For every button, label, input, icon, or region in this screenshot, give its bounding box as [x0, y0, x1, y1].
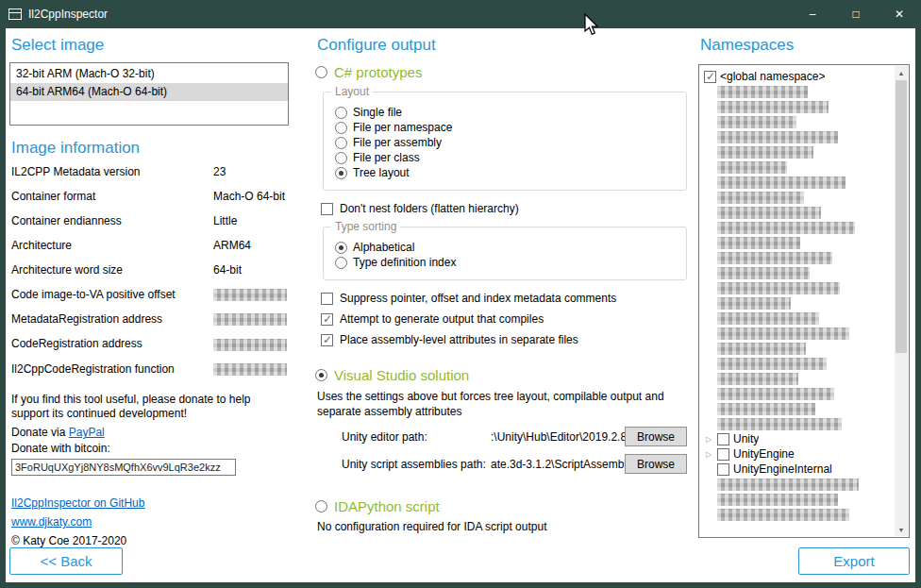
- image-listbox[interactable]: 32-bit ARM (Mach-O 32-bit)64-bit ARM64 (…: [9, 62, 289, 126]
- namespace-checkbox[interactable]: [717, 433, 729, 445]
- namespaces-scrollbar[interactable]: ▲ ▼: [895, 66, 908, 536]
- option-checkbox[interactable]: Attempt to generate output that compiles: [321, 312, 687, 326]
- namespace-item: [704, 144, 892, 160]
- redacted-namespace: [717, 146, 813, 159]
- redacted-namespace: [717, 192, 804, 204]
- radio-icon: [335, 122, 347, 134]
- vs-section: Visual Studio solution Uses the settings…: [315, 367, 687, 474]
- namespace-item: [704, 190, 892, 205]
- info-value: Little: [213, 214, 237, 227]
- namespace-checkbox[interactable]: [717, 463, 729, 476]
- redacted-namespace: [717, 207, 821, 219]
- redacted-namespace: [717, 343, 806, 355]
- option-label: Alphabetical: [353, 241, 414, 254]
- redacted-namespace: [717, 328, 849, 340]
- misc-checkboxes: Suppress pointer, offset and index metad…: [315, 292, 687, 346]
- ida-description: No configuration required for IDA script…: [317, 520, 687, 533]
- github-link[interactable]: Il2CppInspector on GitHub: [11, 496, 289, 510]
- redacted-namespace: [717, 101, 829, 113]
- namespace-checkbox[interactable]: [717, 448, 729, 461]
- namespace-item[interactable]: <global namespace>: [704, 69, 892, 84]
- layout-option[interactable]: Tree layout: [331, 166, 677, 179]
- namespace-item[interactable]: ▷Unity: [704, 431, 892, 446]
- namespace-item[interactable]: ▷UnityEngine: [704, 446, 892, 462]
- image-info-heading: Image information: [11, 139, 289, 158]
- csharp-prototypes-radio[interactable]: C# prototypes: [315, 64, 687, 80]
- radio-icon: [315, 369, 327, 381]
- close-button[interactable]: ✕: [878, 0, 921, 28]
- maximize-button[interactable]: □: [834, 0, 878, 28]
- image-list-item[interactable]: 64-bit ARM64 (Mach-O 64-bit): [10, 83, 288, 101]
- window-content: Select image 32-bit ARM (Mach-O 32-bit)6…: [6, 28, 915, 582]
- option-checkbox[interactable]: Suppress pointer, offset and index metad…: [321, 292, 687, 305]
- layout-option[interactable]: Single file: [331, 106, 677, 119]
- checkbox-icon: [321, 203, 333, 215]
- info-label: Code image-to-VA positive offset: [11, 288, 213, 301]
- right-panel: Namespaces <global namespace>▷Unity▷Unit…: [696, 28, 915, 582]
- layout-option[interactable]: File per namespace: [331, 121, 677, 134]
- expander-icon[interactable]: ▷: [704, 450, 713, 459]
- field-value: :\Unity\Hub\Editor\2019.2.8f1: [491, 430, 625, 444]
- checkbox-icon: [321, 313, 333, 326]
- layout-option[interactable]: File per class: [331, 151, 677, 164]
- flatten-checkbox[interactable]: Don't nest folders (flatten hierarchy): [321, 202, 687, 215]
- info-label: Container endianness: [11, 214, 213, 227]
- redacted-value: [213, 289, 287, 301]
- option-checkbox[interactable]: Place assembly-level attributes in separ…: [321, 333, 687, 346]
- redacted-namespace: [717, 403, 815, 415]
- radio-icon: [335, 152, 347, 164]
- window-title: Il2CppInspector: [28, 8, 108, 21]
- website-link[interactable]: www.djkaty.com: [11, 515, 289, 529]
- field-label: Unity editor path:: [342, 430, 491, 444]
- radio-icon: [335, 242, 347, 254]
- namespace-label: UnityEngineInternal: [733, 462, 832, 476]
- minimize-button[interactable]: –: [791, 0, 834, 28]
- radio-icon: [315, 500, 327, 512]
- info-value: [213, 288, 287, 301]
- redacted-namespace: [717, 116, 796, 128]
- namespace-item[interactable]: UnityEngineInternal: [704, 462, 892, 477]
- image-list-item[interactable]: 32-bit ARM (Mach-O 32-bit): [10, 65, 288, 83]
- namespace-label: Unity: [733, 432, 759, 445]
- redacted-namespace: [717, 373, 798, 385]
- redacted-namespace: [717, 131, 838, 143]
- expander-icon[interactable]: ▷: [704, 435, 713, 444]
- bitcoin-address-input[interactable]: [11, 459, 236, 476]
- namespace-item: [704, 235, 892, 250]
- namespace-item: [704, 84, 892, 99]
- paypal-link[interactable]: PayPal: [69, 426, 105, 439]
- namespace-checkbox[interactable]: [704, 71, 716, 83]
- checkbox-label: Suppress pointer, offset and index metad…: [340, 292, 616, 305]
- radio-icon: [335, 137, 347, 149]
- vs-solution-radio[interactable]: Visual Studio solution: [315, 367, 687, 383]
- redacted-value: [213, 363, 287, 376]
- redacted-namespace: [717, 161, 787, 174]
- export-button[interactable]: Export: [798, 547, 910, 575]
- redacted-namespace: [717, 176, 846, 189]
- option-label: Tree layout: [353, 166, 410, 179]
- browse-button[interactable]: Browse: [625, 427, 687, 446]
- vs-fields: Unity editor path::\Unity\Hub\Editor\201…: [315, 427, 687, 474]
- layout-options: Single fileFile per namespaceFile per as…: [331, 106, 677, 179]
- image-info-rows: IL2CPP Metadata version23Container forma…: [9, 165, 289, 387]
- back-button[interactable]: << Back: [9, 547, 123, 575]
- namespace-item: [704, 326, 892, 341]
- window-controls: – □ ✕: [791, 0, 921, 28]
- layout-option[interactable]: File per assembly: [331, 136, 677, 149]
- scrollbar-thumb[interactable]: [896, 80, 907, 353]
- browse-button[interactable]: Browse: [625, 454, 687, 474]
- namespaces-list[interactable]: <global namespace>▷Unity▷UnityEngineUnit…: [698, 64, 910, 538]
- info-row: Code image-to-VA positive offset: [11, 288, 287, 301]
- type-sorting-option[interactable]: Alphabetical: [331, 241, 677, 254]
- type-sorting-option[interactable]: Type definition index: [331, 256, 677, 269]
- redacted-namespace: [717, 237, 800, 249]
- ida-script-radio[interactable]: IDAPython script: [315, 498, 687, 514]
- option-label: File per assembly: [353, 136, 442, 149]
- info-value: ARM64: [213, 239, 251, 252]
- scroll-up-icon[interactable]: ▲: [895, 66, 908, 79]
- checkbox-label: Attempt to generate output that compiles: [340, 312, 544, 326]
- vs-description: Uses the settings above but forces tree …: [317, 389, 687, 419]
- info-value: [213, 337, 287, 350]
- scroll-down-icon[interactable]: ▼: [895, 523, 908, 536]
- select-image-heading: Select image: [11, 36, 289, 55]
